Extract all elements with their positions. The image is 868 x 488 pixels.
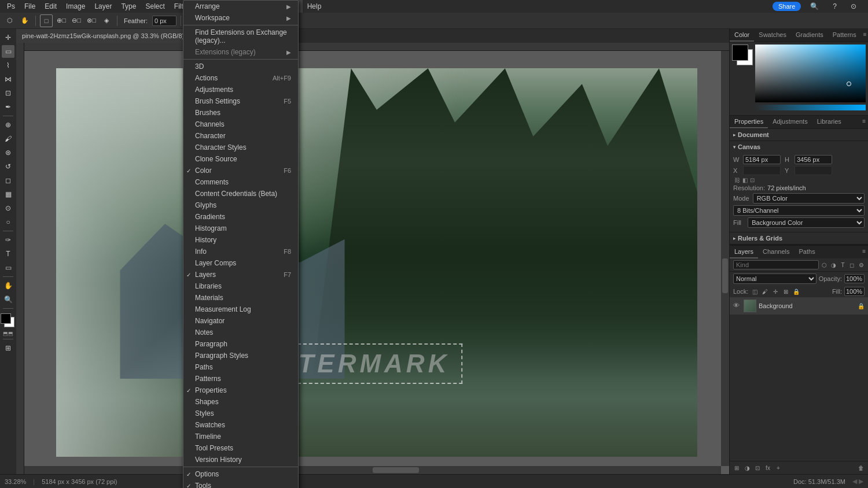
menu-channels-label: Channels bbox=[195, 120, 291, 128]
menu-extensions-legacy[interactable]: Extensions (legacy) ▶ bbox=[183, 46, 298, 58]
menu-properties-item[interactable]: ✓ Properties bbox=[183, 385, 298, 396]
menu-brush-shortcut: F5 bbox=[284, 98, 291, 105]
menu-info-label: Info bbox=[195, 247, 272, 256]
menu-character-styles-item[interactable]: Character Styles bbox=[183, 142, 298, 153]
menu-styles-item[interactable]: Styles bbox=[183, 408, 298, 419]
menu-brush-settings-item[interactable]: Brush Settings F5 bbox=[183, 95, 298, 107]
menu-gradients-item[interactable]: Gradients bbox=[183, 211, 298, 223]
menu-arrange[interactable]: Arrange ▶ bbox=[183, 1, 298, 12]
menu-color-shortcut: F6 bbox=[284, 167, 291, 174]
menu-patterns-label: Patterns bbox=[195, 375, 291, 383]
menu-comments-label: Comments bbox=[195, 178, 291, 186]
window-menu-dropdown: Arrange ▶ Workspace ▶ Find Extensions on… bbox=[183, 0, 299, 488]
menu-history-label: History bbox=[195, 236, 291, 244]
menu-workspace[interactable]: Workspace ▶ bbox=[183, 12, 298, 24]
menu-adjustments-item[interactable]: Adjustments bbox=[183, 84, 298, 95]
menu-adjustments-label: Adjustments bbox=[195, 86, 291, 94]
menu-workspace-label: Workspace bbox=[195, 14, 286, 22]
menu-info-item[interactable]: Info F8 bbox=[183, 246, 298, 257]
dropdown-overlay[interactable]: Arrange ▶ Workspace ▶ Find Extensions on… bbox=[0, 0, 868, 488]
menu-paths-item[interactable]: Paths bbox=[183, 361, 298, 373]
menu-notes-label: Notes bbox=[195, 328, 291, 337]
menu-sep1 bbox=[183, 25, 298, 25]
menu-swatches-item[interactable]: Swatches bbox=[183, 419, 298, 431]
menu-libraries-item[interactable]: Libraries bbox=[183, 280, 298, 292]
menu-glyphs-item[interactable]: Glyphs bbox=[183, 199, 298, 211]
menu-arrange-arrow: ▶ bbox=[286, 3, 291, 10]
menu-layers-label: Layers bbox=[195, 271, 272, 279]
menu-actions-shortcut: Alt+F9 bbox=[273, 75, 291, 82]
menu-ext-legacy-label: Extensions (legacy) bbox=[195, 48, 286, 56]
menu-brushes-label: Brushes bbox=[195, 109, 291, 117]
menu-properties-check: ✓ bbox=[186, 387, 191, 394]
menu-character-styles-label: Character Styles bbox=[195, 143, 291, 151]
menu-layers-item[interactable]: ✓ Layers F7 bbox=[183, 269, 298, 280]
menu-character-item[interactable]: Character bbox=[183, 130, 298, 142]
menu-paragraph-styles-item[interactable]: Paragraph Styles bbox=[183, 350, 298, 361]
menu-history-item[interactable]: History bbox=[183, 234, 298, 246]
menu-channels-item[interactable]: Channels bbox=[183, 119, 298, 130]
menu-version-history-label: Version History bbox=[195, 456, 291, 464]
menu-tools-check: ✓ bbox=[186, 483, 191, 489]
menu-layers-check: ✓ bbox=[186, 272, 191, 278]
menu-brush-settings-label: Brush Settings bbox=[195, 97, 272, 105]
menu-workspace-arrow: ▶ bbox=[286, 15, 291, 21]
menu-clone-source-label: Clone Source bbox=[195, 155, 291, 163]
menu-tool-presets-item[interactable]: Tool Presets bbox=[183, 442, 298, 454]
menu-comments-item[interactable]: Comments bbox=[183, 176, 298, 188]
menu-paths-label: Paths bbox=[195, 363, 291, 371]
menu-layer-comps-label: Layer Comps bbox=[195, 259, 291, 267]
menu-measurement-log-label: Measurement Log bbox=[195, 305, 291, 313]
menu-shapes-item[interactable]: Shapes bbox=[183, 396, 298, 408]
menu-content-creds-item[interactable]: Content Credentials (Beta) bbox=[183, 188, 298, 199]
menu-patterns-item[interactable]: Patterns bbox=[183, 373, 298, 385]
menu-brushes-item[interactable]: Brushes bbox=[183, 107, 298, 119]
menu-actions-label: Actions bbox=[195, 74, 261, 82]
menu-swatches-label: Swatches bbox=[195, 421, 291, 429]
menu-notes-item[interactable]: Notes bbox=[183, 327, 298, 338]
menu-clone-source-item[interactable]: Clone Source bbox=[183, 153, 298, 165]
menu-glyphs-label: Glyphs bbox=[195, 201, 291, 209]
menu-find-ext-label: Find Extensions on Exchange (legacy)... bbox=[195, 28, 291, 45]
menu-measurement-log-item[interactable]: Measurement Log bbox=[183, 304, 298, 315]
menu-sep2 bbox=[183, 59, 298, 60]
menu-color-label: Color bbox=[195, 167, 272, 175]
menu-paragraph-label: Paragraph bbox=[195, 340, 291, 348]
menu-layer-comps-item[interactable]: Layer Comps bbox=[183, 257, 298, 269]
menu-libraries-label: Libraries bbox=[195, 282, 291, 290]
menu-find-extensions[interactable]: Find Extensions on Exchange (legacy)... bbox=[183, 27, 298, 46]
menu-actions-item[interactable]: Actions Alt+F9 bbox=[183, 72, 298, 84]
menu-materials-label: Materials bbox=[195, 294, 291, 302]
menu-paragraph-item[interactable]: Paragraph bbox=[183, 338, 298, 350]
menu-paragraph-styles-label: Paragraph Styles bbox=[195, 352, 291, 360]
menu-content-creds-label: Content Credentials (Beta) bbox=[195, 190, 291, 198]
menu-arrange-label: Arrange bbox=[195, 2, 286, 10]
menu-options-check: ✓ bbox=[186, 471, 191, 478]
menu-styles-label: Styles bbox=[195, 409, 291, 417]
menu-shapes-label: Shapes bbox=[195, 398, 291, 406]
menu-options-label: Options bbox=[195, 470, 291, 478]
menu-3d-item[interactable]: 3D bbox=[183, 61, 298, 72]
menu-info-shortcut: F8 bbox=[284, 248, 291, 255]
menu-materials-item[interactable]: Materials bbox=[183, 292, 298, 304]
menu-color-item[interactable]: ✓ Color F6 bbox=[183, 165, 298, 176]
menu-navigator-label: Navigator bbox=[195, 317, 291, 325]
menu-timeline-item[interactable]: Timeline bbox=[183, 431, 298, 442]
menu-timeline-label: Timeline bbox=[195, 432, 291, 441]
menu-tools-item[interactable]: ✓ Tools bbox=[183, 480, 298, 488]
menu-character-label: Character bbox=[195, 132, 291, 140]
menu-ext-legacy-arrow: ▶ bbox=[286, 49, 291, 56]
menu-tools-label: Tools bbox=[195, 482, 291, 488]
menu-gradients-label: Gradients bbox=[195, 213, 291, 221]
menu-version-history-item[interactable]: Version History bbox=[183, 454, 298, 465]
menu-options-item[interactable]: ✓ Options bbox=[183, 468, 298, 480]
menu-histogram-label: Histogram bbox=[195, 224, 291, 232]
menu-properties-label: Properties bbox=[195, 386, 291, 394]
menu-3d-label: 3D bbox=[195, 62, 291, 71]
menu-histogram-item[interactable]: Histogram bbox=[183, 223, 298, 234]
menu-navigator-item[interactable]: Navigator bbox=[183, 315, 298, 327]
menu-layers-shortcut: F7 bbox=[284, 271, 291, 278]
menu-tool-presets-label: Tool Presets bbox=[195, 444, 291, 452]
menu-color-check: ✓ bbox=[186, 168, 191, 174]
menu-sep3 bbox=[183, 467, 298, 467]
